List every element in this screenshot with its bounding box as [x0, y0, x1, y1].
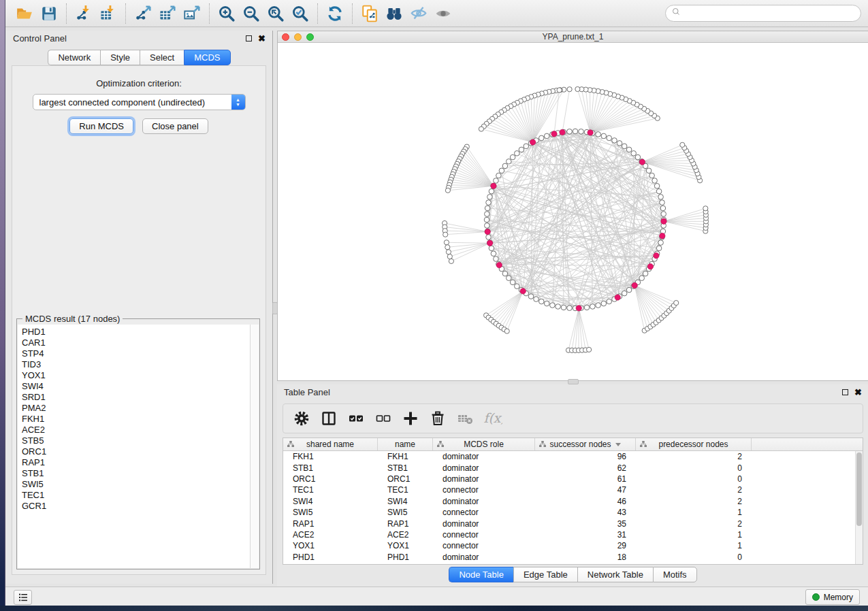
task-history-button[interactable] — [14, 590, 32, 605]
table-row[interactable]: YOX1YOX1connector291 — [283, 540, 863, 551]
mcds-result-title: MCDS result (17 nodes) — [22, 314, 123, 324]
zoom-fit-button[interactable] — [263, 3, 288, 24]
table-row[interactable]: SWI5SWI5connector431 — [283, 507, 863, 518]
hide-selected-icon — [410, 5, 428, 22]
zoom-selected-button[interactable] — [288, 3, 312, 24]
table-panel-titlebar: Table Panel ✖ — [277, 384, 868, 400]
select-all-button[interactable] — [344, 407, 368, 430]
network-graph[interactable] — [278, 43, 868, 380]
close-table-panel-icon[interactable]: ✖ — [854, 388, 862, 397]
search-network-button[interactable] — [382, 3, 406, 24]
network-canvas[interactable] — [278, 43, 868, 380]
function-icon: f(x) — [482, 408, 502, 429]
table-scrollbar[interactable] — [855, 451, 863, 564]
tab-network[interactable]: Network — [48, 50, 100, 65]
result-item[interactable]: YOX1 — [22, 370, 250, 381]
result-item[interactable]: PMA2 — [22, 403, 250, 414]
save-button[interactable] — [37, 3, 61, 24]
table-row[interactable]: SWI4SWI4dominator462 — [283, 496, 863, 507]
refresh-icon — [326, 5, 344, 22]
import-network-button[interactable] — [71, 3, 96, 24]
table-row[interactable]: FKH1FKH1dominator962 — [283, 451, 863, 462]
status-bar: Memory — [5, 587, 868, 607]
result-item[interactable]: STB1 — [22, 468, 250, 479]
function-button: f(x) — [481, 407, 504, 430]
result-item[interactable]: ORC1 — [22, 446, 250, 457]
dropdown-stepper-icon: ▲▼ — [231, 95, 245, 110]
result-item[interactable]: ACE2 — [22, 425, 250, 435]
tab-node-table[interactable]: Node Table — [449, 567, 513, 582]
desktop-background — [0, 606, 868, 611]
result-item[interactable]: SWI5 — [22, 479, 250, 490]
result-item[interactable]: SRD1 — [22, 392, 250, 403]
tab-network-table[interactable]: Network Table — [577, 567, 653, 582]
vertical-splitter-handle[interactable] — [272, 302, 278, 314]
cell: connector — [433, 540, 535, 551]
result-item[interactable]: SWI4 — [22, 381, 250, 392]
search-input[interactable] — [681, 9, 855, 18]
table-row[interactable]: ACE2ACE2connector311 — [283, 529, 863, 540]
result-item[interactable]: TEC1 — [22, 490, 250, 501]
export-table-button[interactable] — [155, 3, 180, 24]
deselect-all-button[interactable] — [372, 407, 395, 430]
memory-label: Memory — [824, 593, 853, 602]
table-rows: FKH1FKH1dominator962STB1STB1dominator620… — [283, 451, 863, 563]
table-row[interactable]: STB1STB1dominator620 — [283, 462, 863, 473]
cell: dominator — [433, 451, 535, 462]
result-item[interactable]: STP4 — [22, 348, 250, 359]
search-icon — [671, 7, 681, 20]
table-toolbar: f(x) — [283, 403, 863, 433]
cell: SWI4 — [283, 496, 378, 507]
column-header-successor-nodes[interactable]: successor nodes — [535, 438, 636, 450]
tab-mcds[interactable]: MCDS — [184, 50, 230, 65]
result-item[interactable]: STB5 — [22, 435, 250, 446]
import-table-button[interactable] — [96, 3, 120, 24]
result-item[interactable]: CAR1 — [22, 337, 250, 348]
result-item[interactable]: RAP1 — [22, 457, 250, 468]
tab-motifs[interactable]: Motifs — [653, 567, 697, 582]
result-scrollbar[interactable] — [250, 325, 259, 568]
hide-selected-button[interactable] — [406, 3, 431, 24]
table-row[interactable]: PHD1PHD1dominator180 — [283, 552, 863, 563]
column-header-shared-name[interactable]: shared name — [283, 438, 378, 450]
copy-network-button[interactable] — [357, 3, 382, 24]
result-item[interactable]: TID3 — [22, 359, 250, 370]
table-scrollbar-thumb[interactable] — [856, 452, 862, 526]
result-item[interactable]: PHD1 — [22, 327, 250, 337]
tab-style[interactable]: Style — [100, 50, 140, 65]
show-all-button[interactable] — [431, 3, 455, 24]
column-header-name[interactable]: name — [378, 438, 433, 450]
column-header-MCDS-role[interactable]: MCDS role — [433, 438, 535, 450]
zoom-out-button[interactable] — [239, 3, 263, 24]
column-header-predecessor-nodes[interactable]: predecessor nodes — [636, 438, 752, 450]
mcds-result-list[interactable]: PHD1CAR1STP4TID3YOX1SWI4SRD1PMA2FKH1ACE2… — [18, 325, 250, 568]
search-box[interactable] — [665, 5, 861, 22]
cell: RAP1 — [378, 518, 433, 529]
result-item[interactable]: GCR1 — [22, 501, 250, 512]
tab-edge-table[interactable]: Edge Table — [513, 567, 577, 582]
table-row[interactable]: RAP1RAP1dominator352 — [283, 518, 863, 529]
close-panel-icon[interactable]: ✖ — [258, 34, 266, 43]
optimization-dropdown[interactable]: largest connected component (undirected)… — [33, 94, 246, 110]
settings-button[interactable] — [290, 407, 313, 430]
add-button[interactable] — [399, 407, 422, 430]
float-table-panel-icon[interactable] — [842, 389, 848, 395]
cell: YOX1 — [378, 540, 433, 551]
horizontal-splitter-handle[interactable] — [568, 379, 579, 384]
tab-select[interactable]: Select — [140, 50, 184, 65]
app-window: Control Panel ✖ NetworkStyleSelectMCDS O… — [5, 0, 868, 607]
memory-button[interactable]: Memory — [805, 589, 860, 605]
export-image-button[interactable] — [180, 3, 204, 24]
table-row[interactable]: ORC1ORC1dominator610 — [283, 474, 863, 484]
open-button[interactable] — [12, 3, 37, 24]
run-mcds-button[interactable]: Run MCDS — [69, 118, 133, 134]
refresh-button[interactable] — [323, 3, 347, 24]
columns-button[interactable] — [317, 407, 340, 430]
float-panel-icon[interactable] — [246, 35, 252, 42]
table-row[interactable]: TEC1TEC1connector472 — [283, 484, 863, 495]
close-panel-button[interactable]: Close panel — [142, 118, 208, 134]
delete-button[interactable] — [426, 407, 449, 430]
export-network-button[interactable] — [131, 3, 155, 24]
result-item[interactable]: FKH1 — [22, 414, 250, 425]
zoom-in-button[interactable] — [214, 3, 239, 24]
